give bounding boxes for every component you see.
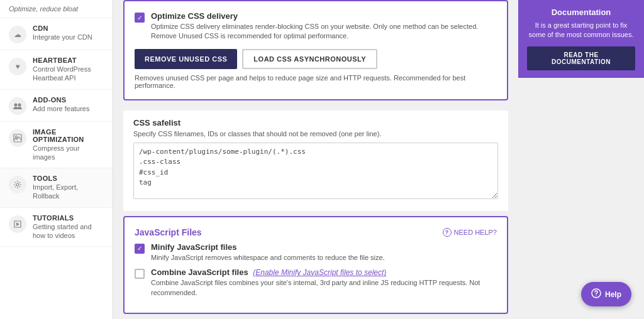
sidebar-item-tools[interactable]: TOOLS Import, Export, Rollback — [0, 168, 113, 208]
tools-desc: Import, Export, Rollback — [33, 183, 104, 201]
heartbeat-icon: ♥ — [9, 58, 26, 75]
cdn-desc: Integrate your CDN — [33, 33, 92, 41]
css-delivery-checkbox[interactable]: ✓ — [135, 13, 145, 23]
svg-point-7 — [596, 295, 596, 296]
image-optimization-desc: Compress your images — [33, 144, 104, 162]
doc-card-text: It is a great starting point to fix some… — [527, 21, 635, 40]
css-delivery-desc: Optimize CSS delivery eliminates render-… — [151, 22, 497, 41]
safelist-title: CSS safelist — [133, 118, 498, 127]
addons-title: ADD-ONS — [33, 96, 90, 104]
combine-js-italic[interactable]: (Enable Minify JavaScript files to selec… — [253, 268, 386, 277]
sidebar-item-addons[interactable]: ADD-ONS Add more features — [0, 90, 113, 122]
sidebar-item-tutorials[interactable]: TUTORIALS Getting started and how to vid… — [0, 208, 113, 247]
sidebar-item-cdn[interactable]: ☁ CDN Integrate your CDN — [0, 18, 113, 50]
svg-point-0 — [14, 103, 18, 106]
addons-icon — [9, 97, 26, 115]
tools-title: TOOLS — [33, 175, 104, 182]
tutorials-desc: Getting started and how to videos — [33, 222, 104, 241]
combine-js-desc: Combine JavaScript files combines your s… — [151, 278, 497, 298]
tools-icon — [9, 176, 26, 193]
documentation-card: Documentation It is a great starting poi… — [518, 0, 644, 78]
load-css-async-button[interactable]: LOAD CSS ASYNCHRONOUSLY — [242, 49, 377, 69]
help-icon — [591, 288, 601, 300]
image-optimization-icon — [9, 129, 26, 147]
sidebar-top-text: Optimize, reduce bloat — [0, 0, 113, 18]
remove-unused-css-button[interactable]: REMOVE UNUSED CSS — [135, 49, 237, 69]
minify-js-desc: Minify JavaScript removes whitespace and… — [151, 253, 385, 262]
minify-js-label: Minify JavaScript files — [151, 242, 385, 252]
cdn-icon: ☁ — [9, 26, 26, 43]
tutorials-icon — [9, 215, 26, 233]
js-panel-title: JavaScript Files — [135, 227, 202, 237]
css-delivery-label: Optimize CSS delivery — [151, 11, 497, 21]
safelist-desc: Specify CSS filenames, IDs or classes th… — [133, 130, 498, 138]
help-button[interactable]: Help — [581, 282, 631, 306]
right-sidebar: Documentation It is a great starting poi… — [518, 0, 644, 319]
heartbeat-desc: Control WordPress Heartbeat API — [33, 65, 104, 83]
tutorials-title: TUTORIALS — [33, 214, 104, 222]
safelist-textarea[interactable]: /wp-content/plugins/some-plugin/(.*).css… — [133, 143, 498, 199]
combine-js-checkbox-section: Combine JavaScript files (Enable Minify … — [135, 268, 497, 298]
help-label: Help — [605, 290, 621, 299]
svg-point-1 — [18, 103, 21, 106]
svg-point-3 — [16, 136, 18, 138]
css-delivery-btn-note: Removes unused CSS per page and helps to… — [135, 74, 497, 89]
sidebar: Optimize, reduce bloat ☁ CDN Integrate y… — [0, 0, 113, 319]
css-delivery-checkbox-section: ✓ Optimize CSS delivery Optimize CSS del… — [135, 11, 497, 41]
heartbeat-title: HEARTBEAT — [33, 57, 104, 64]
main-content: ✓ Optimize CSS delivery Optimize CSS del… — [113, 0, 518, 319]
js-panel-header: JavaScript Files ? NEED HELP? — [135, 227, 497, 237]
combine-js-checkbox[interactable] — [135, 269, 145, 279]
css-safelist-section: CSS safelist Specify CSS filenames, IDs … — [123, 111, 508, 211]
combine-js-label: Combine JavaScript files (Enable Minify … — [151, 268, 497, 277]
js-files-panel: JavaScript Files ? NEED HELP? ✓ Minify J… — [123, 216, 508, 314]
cdn-title: CDN — [33, 24, 92, 32]
addons-desc: Add more features — [33, 104, 90, 113]
sidebar-item-image-optimization[interactable]: IMAGE OPTIMIZATION Compress your images — [0, 122, 113, 169]
sidebar-item-heartbeat[interactable]: ♥ HEARTBEAT Control WordPress Heartbeat … — [0, 50, 113, 90]
need-help-link[interactable]: ? NEED HELP? — [443, 228, 497, 237]
doc-card-title: Documentation — [527, 8, 635, 17]
minify-js-checkbox-section: ✓ Minify JavaScript files Minify JavaScr… — [135, 242, 497, 262]
css-delivery-panel: ✓ Optimize CSS delivery Optimize CSS del… — [123, 0, 508, 100]
minify-js-checkbox[interactable]: ✓ — [135, 244, 145, 254]
svg-marker-5 — [16, 222, 19, 226]
need-help-text: NEED HELP? — [454, 229, 497, 236]
question-circle-icon: ? — [443, 228, 452, 237]
css-delivery-buttons: REMOVE UNUSED CSS LOAD CSS ASYNCHRONOUSL… — [135, 49, 497, 69]
svg-point-4 — [16, 183, 19, 186]
read-documentation-button[interactable]: READ THE DOCUMENTATION — [527, 46, 635, 70]
image-optimization-title: IMAGE OPTIMIZATION — [33, 128, 104, 143]
